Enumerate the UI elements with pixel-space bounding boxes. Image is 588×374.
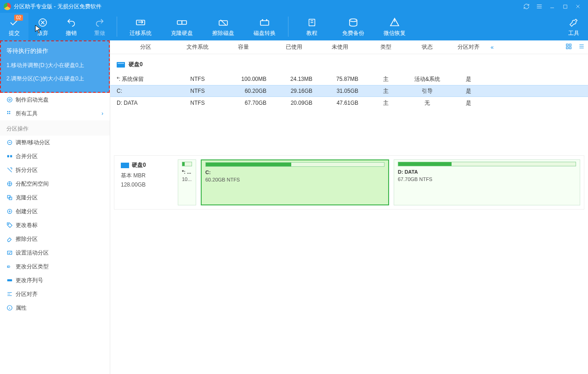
- svg-rect-2: [136, 20, 145, 25]
- app-logo-icon: [4, 3, 11, 10]
- view-list-icon[interactable]: [575, 43, 588, 51]
- table-row[interactable]: *: 系统保留 NTFS 100.00MB 24.13MB 75.87MB 主 …: [110, 73, 588, 85]
- cell-partition: *: 系统保留: [110, 75, 175, 83]
- cell-type: 主: [368, 87, 404, 95]
- cell-free: 31.05GB: [322, 88, 368, 94]
- set-active-button[interactable]: 设置活动分区: [0, 246, 110, 260]
- change-serial-button[interactable]: 更改序列号: [0, 273, 110, 287]
- tag-icon: [6, 222, 16, 228]
- col-filesystem[interactable]: 文件系统: [175, 43, 220, 51]
- convert-disk-button[interactable]: 磁盘转换: [244, 13, 285, 40]
- col-used[interactable]: 已使用: [276, 43, 322, 51]
- svg-text:ID: ID: [7, 265, 10, 268]
- col-capacity[interactable]: 容量: [220, 43, 276, 51]
- cell-partition: C:: [110, 88, 175, 94]
- disk-map-container: 硬盘0 基本 MBR 128.00GB *: ... 10... C: 60.2…: [114, 155, 584, 210]
- svg-rect-25: [7, 279, 12, 282]
- wechat-recover-button[interactable]: 微信恢复: [374, 13, 415, 40]
- make-boot-label: 制作启动光盘: [16, 96, 103, 104]
- change-label-button[interactable]: 更改卷标: [0, 218, 110, 232]
- undo-icon: [66, 17, 76, 28]
- minimize-button[interactable]: [546, 0, 559, 13]
- pending-item[interactable]: 2.调整分区(C:)的大小在硬盘0上: [6, 72, 103, 85]
- undo-button[interactable]: 撤销: [57, 13, 85, 40]
- disk-map-reserved[interactable]: *: ... 10...: [178, 159, 196, 205]
- make-boot-disc-button[interactable]: 制作启动光盘: [0, 93, 110, 107]
- title-bar: 分区助手专业版 - 无损分区免费软件: [0, 0, 588, 13]
- dm-part-label: *: ...: [182, 169, 192, 175]
- all-tools-button[interactable]: 所有工具 ›: [0, 107, 110, 120]
- align-icon: [6, 291, 16, 297]
- id-icon: ID: [6, 263, 16, 270]
- merge-partition-button[interactable]: 合并分区: [0, 149, 110, 163]
- active-icon: [6, 249, 16, 256]
- cell-free: 47.61GB: [322, 100, 368, 106]
- window-title: 分区助手专业版 - 无损分区免费软件: [14, 3, 520, 11]
- disk-label: 硬盘0: [129, 61, 143, 68]
- disk-map-d[interactable]: D: DATA 67.70GB NTFS: [394, 159, 580, 205]
- clone-disk-button[interactable]: 克隆硬盘: [161, 13, 203, 40]
- menu-icon[interactable]: [533, 0, 546, 13]
- refresh-icon[interactable]: [520, 0, 533, 13]
- backup-button[interactable]: 免费备份: [333, 13, 374, 40]
- tools-button[interactable]: 工具: [560, 13, 588, 40]
- collapse-columns-icon[interactable]: «: [487, 44, 498, 51]
- op-label: 擦除分区: [16, 235, 103, 243]
- discard-button[interactable]: 放弃: [28, 13, 57, 40]
- svg-rect-12: [9, 111, 10, 112]
- create-partition-button[interactable]: 创建分区: [0, 204, 110, 218]
- pending-item[interactable]: 1.移动并调整(D:)大小在硬盘0上: [6, 59, 103, 72]
- table-row[interactable]: D: DATA NTFS 67.70GB 20.09GB 47.61GB 主 无…: [110, 97, 588, 109]
- col-state[interactable]: 状态: [404, 43, 450, 51]
- svg-rect-16: [7, 155, 9, 158]
- cell-partition: D: DATA: [110, 100, 175, 106]
- view-grid-icon[interactable]: [562, 43, 575, 51]
- cell-align: 是: [450, 99, 487, 107]
- op-label: 拆分分区: [16, 166, 103, 174]
- dm-part-sub: 60.20GB NTFS: [205, 177, 384, 182]
- close-button[interactable]: [571, 0, 584, 13]
- clone-partition-button[interactable]: 克隆分区: [0, 191, 110, 204]
- resize-move-button[interactable]: 调整/移动分区: [0, 136, 110, 149]
- split-icon: [6, 167, 16, 173]
- commit-label: 提交: [9, 29, 20, 37]
- svg-rect-6: [260, 21, 269, 25]
- redo-button[interactable]: 重做: [85, 13, 114, 40]
- properties-button[interactable]: 属性: [0, 301, 110, 315]
- wipe-disk-button[interactable]: 擦除磁盘: [203, 13, 244, 40]
- cell-cap: 60.20GB: [220, 88, 276, 94]
- usage-bar: [205, 162, 384, 167]
- cell-state: 无: [404, 99, 450, 107]
- wipe-partition-button[interactable]: 擦除分区: [0, 232, 110, 246]
- col-align[interactable]: 分区对齐: [450, 43, 487, 51]
- disk-map-disk-info[interactable]: 硬盘0 基本 MBR 128.00GB: [118, 159, 173, 205]
- op-label: 创建分区: [16, 208, 103, 215]
- wipe-icon: [218, 17, 229, 28]
- allocate-icon: [6, 181, 16, 187]
- op-label: 分配空闲空间: [16, 180, 103, 188]
- migrate-os-button[interactable]: 迁移系统: [120, 13, 161, 40]
- dm-disk-type: 基本 MBR: [121, 172, 170, 180]
- allocate-free-button[interactable]: 分配空闲空间: [0, 177, 110, 191]
- maximize-button[interactable]: [559, 0, 571, 13]
- split-partition-button[interactable]: 拆分分区: [0, 163, 110, 177]
- col-type[interactable]: 类型: [368, 43, 404, 51]
- disk-icon: [121, 163, 129, 168]
- col-partition[interactable]: 分区: [110, 43, 175, 51]
- tutorial-button[interactable]: 教程: [291, 13, 333, 40]
- change-type-button[interactable]: ID更改分区类型: [0, 260, 110, 273]
- disk-header[interactable]: 硬盘0: [110, 54, 588, 73]
- svg-point-10: [9, 99, 11, 101]
- disc-icon: [6, 96, 16, 103]
- cell-type: 主: [368, 75, 404, 83]
- resize-icon: [6, 139, 16, 146]
- dm-part-label: D: DATA: [398, 169, 576, 175]
- table-row[interactable]: C: NTFS 60.20GB 29.16GB 31.05GB 主 引导 是: [110, 85, 588, 97]
- col-free[interactable]: 未使用: [322, 43, 368, 51]
- dm-part-label: C:: [205, 170, 384, 175]
- svg-rect-27: [566, 44, 568, 46]
- commit-button[interactable]: 02 提交: [0, 13, 28, 40]
- svg-rect-28: [569, 44, 571, 46]
- disk-map-c[interactable]: C: 60.20GB NTFS: [201, 159, 389, 205]
- align-partition-button[interactable]: 分区对齐: [0, 287, 110, 301]
